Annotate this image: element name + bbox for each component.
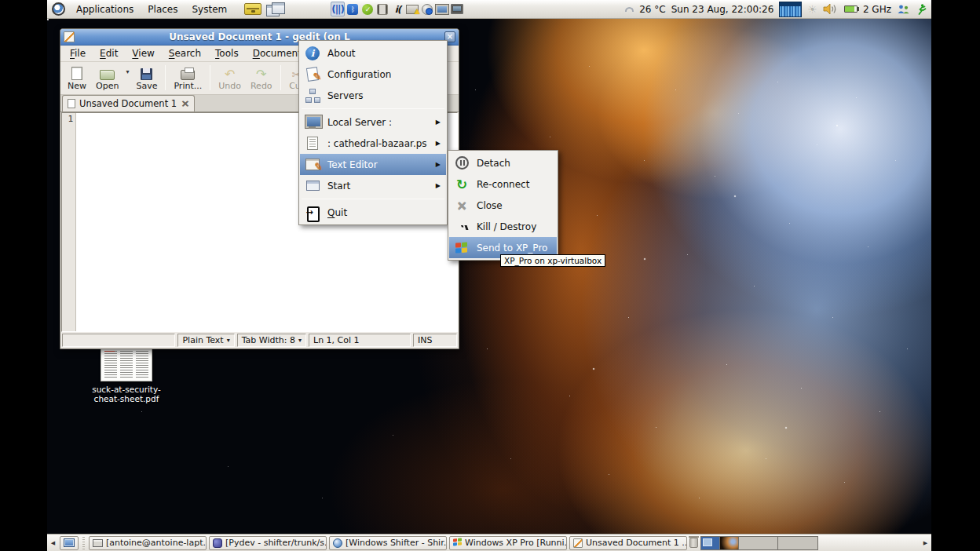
toolbar-separator bbox=[210, 65, 210, 90]
document-icon bbox=[307, 137, 318, 150]
weather-icon[interactable] bbox=[625, 7, 634, 12]
document-page-icon bbox=[68, 99, 75, 108]
menu-item-about[interactable]: i About bbox=[300, 42, 446, 64]
redo-button[interactable]: ↷ Redo bbox=[247, 64, 276, 93]
menu-applications[interactable]: Applications bbox=[70, 2, 140, 17]
menu-item-close[interactable]: × Close bbox=[449, 195, 557, 216]
tab-title: Unsaved Document 1 bbox=[79, 98, 177, 109]
pause-circle-icon bbox=[455, 156, 469, 170]
menu-item-configuration[interactable]: ✎ Configuration bbox=[300, 64, 446, 85]
system-monitor-applet[interactable] bbox=[779, 2, 802, 17]
remote-desktop-icon[interactable] bbox=[436, 2, 449, 16]
battery-icon[interactable] bbox=[844, 5, 858, 13]
print-button[interactable]: Print... bbox=[170, 64, 206, 93]
cpu-frequency[interactable]: 2 GHz bbox=[863, 4, 891, 15]
menu-separator bbox=[302, 108, 444, 109]
clock[interactable]: Sun 23 Aug, 22:00:26 bbox=[671, 4, 774, 15]
menu-item-quit[interactable]: → Quit bbox=[300, 202, 446, 223]
cursor-position: Ln 1, Col 1 bbox=[309, 334, 411, 347]
workspace-2[interactable] bbox=[720, 537, 739, 549]
panel-launchers bbox=[244, 2, 285, 16]
bluetooth-icon[interactable]: ᛒ bbox=[346, 2, 360, 16]
menu-item-kill-destroy[interactable]: Kill / Destroy bbox=[449, 216, 557, 237]
status-message-area bbox=[62, 334, 175, 347]
shifter-applet-icon[interactable]: (||) bbox=[331, 2, 345, 16]
cross-icon: × bbox=[456, 200, 466, 211]
menu-file[interactable]: File bbox=[64, 46, 92, 60]
window-shifter-launcher-icon[interactable] bbox=[266, 2, 285, 16]
workspace-3[interactable] bbox=[739, 537, 778, 549]
desktop-file-pdf[interactable]: suck-at-security- cheat-sheet.pdf bbox=[71, 347, 182, 403]
menu-system[interactable]: System bbox=[185, 2, 233, 17]
audio-mixer-icon[interactable] bbox=[376, 2, 389, 16]
eclipse-icon bbox=[213, 538, 222, 548]
toolbar-separator bbox=[280, 65, 281, 90]
menu-search[interactable]: Search bbox=[163, 46, 207, 60]
tab-width-combo[interactable]: Tab Width: 8▾ bbox=[237, 334, 306, 347]
save-floppy-icon bbox=[141, 68, 152, 80]
open-button[interactable]: Open bbox=[92, 64, 122, 93]
force-quit-runner-icon[interactable] bbox=[916, 4, 927, 15]
text-editor-icon: ✎ bbox=[305, 159, 320, 170]
taskbar-separator bbox=[82, 537, 85, 549]
task-windows-xp-vm[interactable]: Windows XP Pro [Runni... bbox=[449, 536, 567, 550]
volume-icon[interactable] bbox=[823, 3, 839, 15]
submenu-arrow-icon: ▶ bbox=[436, 140, 441, 147]
display-warning-icon[interactable]: ▲ bbox=[406, 2, 419, 16]
submenu-arrow-icon: ▶ bbox=[436, 161, 441, 168]
tasklist-scroll-right-button[interactable]: ▶ bbox=[921, 536, 930, 550]
gedit-icon bbox=[64, 31, 75, 42]
file-cabinet-launcher-icon[interactable] bbox=[244, 3, 261, 15]
windows-flag-icon bbox=[453, 538, 462, 548]
menu-tools[interactable]: Tools bbox=[209, 46, 245, 60]
info-icon: i bbox=[305, 46, 320, 60]
skype-status-icon[interactable]: ✓ bbox=[361, 2, 375, 16]
syntax-combo[interactable]: Plain Text▾ bbox=[177, 334, 234, 347]
distro-logo-icon[interactable] bbox=[52, 2, 65, 16]
menu-edit[interactable]: Edit bbox=[93, 46, 124, 60]
exit-door-icon: → bbox=[306, 206, 320, 219]
jack-plug-icon[interactable]: i( bbox=[391, 2, 404, 16]
terminal-icon bbox=[93, 539, 103, 547]
undo-button[interactable]: ↶ Undo bbox=[214, 64, 245, 93]
pdf-thumbnail-icon bbox=[101, 347, 152, 381]
menu-item-detach[interactable]: Detach bbox=[449, 152, 557, 173]
top-panel: Applications Places System (||) ᛒ ✓ i( ▲… bbox=[47, 0, 931, 19]
submenu-arrow-icon: ▶ bbox=[436, 182, 441, 189]
document-tab[interactable]: Unsaved Document 1 × bbox=[62, 95, 195, 111]
screen-resolution-icon[interactable] bbox=[451, 2, 464, 16]
weather-temp[interactable]: 26 °C bbox=[639, 4, 665, 15]
save-button[interactable]: Save bbox=[132, 64, 161, 93]
show-desktop-button[interactable] bbox=[60, 536, 79, 550]
redo-icon: ↷ bbox=[256, 69, 266, 80]
open-folder-icon bbox=[100, 70, 115, 80]
menu-places[interactable]: Places bbox=[141, 2, 184, 17]
bluetooth-applet-icon[interactable] bbox=[421, 2, 434, 16]
menu-item-start[interactable]: Start ▶ bbox=[300, 175, 446, 196]
brightness-icon[interactable]: ☀ bbox=[807, 3, 817, 16]
menu-item-cathedral-bazaar[interactable]: : cathedral-bazaar.ps ▶ bbox=[300, 133, 446, 154]
tab-close-icon[interactable]: × bbox=[181, 100, 189, 108]
handgun-icon bbox=[455, 222, 469, 232]
menu-item-reconnect[interactable]: ↻ Re-connect bbox=[449, 173, 557, 195]
text-editor-submenu: Detach ↻ Re-connect × Close Kill / Destr… bbox=[448, 150, 558, 261]
gedit-statusbar: Plain Text▾ Tab Width: 8▾ Ln 1, Col 1 IN… bbox=[60, 332, 459, 348]
menu-item-local-server[interactable]: Local Server : ▶ bbox=[300, 111, 446, 133]
desktop[interactable]: suck-at-security- cheat-sheet.pdf Unsave… bbox=[47, 19, 931, 534]
configuration-icon: ✎ bbox=[306, 67, 319, 82]
menu-view[interactable]: View bbox=[126, 46, 160, 60]
user-switcher-icon[interactable] bbox=[897, 4, 910, 14]
menu-item-servers[interactable]: Servers bbox=[300, 85, 446, 106]
new-button[interactable]: New bbox=[64, 64, 90, 93]
trash-applet-icon[interactable] bbox=[689, 538, 698, 548]
task-windows-shifter[interactable]: [Windows Shifter - Shir... bbox=[329, 536, 447, 550]
workspace-4[interactable] bbox=[778, 537, 817, 549]
task-terminal[interactable]: [antoine@antoine-lapt... bbox=[89, 536, 207, 550]
task-pydev-eclipse[interactable]: [Pydev - shifter/trunk/s... bbox=[209, 536, 327, 550]
menu-item-text-editor[interactable]: ✎ Text Editor ▶ bbox=[300, 154, 446, 175]
open-dropdown-button[interactable]: ▾ bbox=[124, 64, 130, 75]
tasklist-scroll-left-button[interactable]: ◀ bbox=[49, 536, 57, 550]
task-gedit[interactable]: Unsaved Document 1 ... bbox=[569, 536, 687, 550]
globe-icon bbox=[333, 538, 342, 548]
workspace-1[interactable] bbox=[701, 537, 720, 549]
